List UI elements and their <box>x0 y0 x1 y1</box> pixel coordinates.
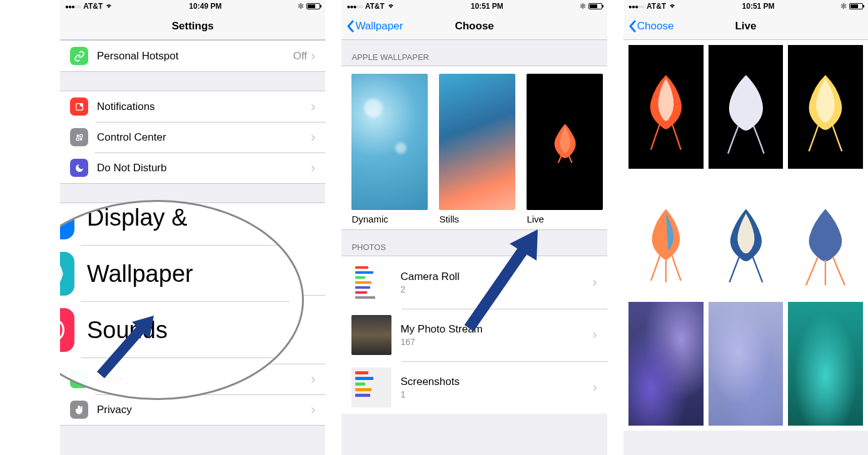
live-wallpaper-9[interactable] <box>788 302 863 426</box>
notifications-icon <box>70 98 88 116</box>
chevron-left-icon <box>346 20 354 32</box>
battery-row[interactable]: Battery › <box>60 364 325 394</box>
carrier-label: AT&T <box>365 2 385 11</box>
svg-point-1 <box>79 103 83 106</box>
live-wallpaper-4[interactable] <box>628 174 704 298</box>
live-wallpaper-2[interactable] <box>709 45 784 169</box>
wifi-icon <box>387 2 395 11</box>
apple-wallpaper-header: APPLE WALLPAPER <box>341 40 607 66</box>
wifi-icon <box>105 2 113 11</box>
camera-roll-count: 2 <box>400 284 459 294</box>
status-bar: ●●●○○ AT&T 10:51 PM ✱ <box>623 0 868 12</box>
page-title: Settings <box>172 20 214 32</box>
nav-header: Settings <box>60 12 325 40</box>
photo-stream-count: 167 <box>400 337 482 347</box>
chevron-left-icon <box>628 20 636 32</box>
camera-roll-title: Camera Roll <box>400 271 459 283</box>
svg-rect-7 <box>83 378 84 380</box>
screenshots-thumb <box>351 368 391 408</box>
notifications-label: Notifications <box>97 101 155 113</box>
nav-header: Choose Live <box>623 12 868 40</box>
battery-icon <box>849 3 863 9</box>
svg-point-3 <box>79 138 82 140</box>
screenshots-row[interactable]: Screenshots 1 › <box>341 361 607 414</box>
notifications-row[interactable]: Notifications › <box>60 91 325 122</box>
dnd-row[interactable]: Do Not Disturb › <box>60 152 325 183</box>
link-icon <box>70 47 88 65</box>
back-button[interactable]: Choose <box>628 12 674 39</box>
chevron-right-icon: › <box>593 328 597 342</box>
dynamic-thumb <box>351 74 428 210</box>
hotspot-value: Off <box>293 50 307 62</box>
svg-rect-4 <box>79 134 82 137</box>
personal-hotspot-row[interactable]: Personal Hotspot Off › <box>60 41 325 71</box>
photo-stream-row[interactable]: My Photo Stream 167 › <box>341 309 607 361</box>
svg-point-2 <box>76 134 79 137</box>
control-center-label: Control Center <box>97 131 166 144</box>
live-wallpaper-1[interactable] <box>628 45 704 169</box>
stills-wallpaper-button[interactable]: Stills <box>439 74 515 224</box>
wifi-icon <box>669 2 676 11</box>
live-thumb <box>527 74 603 210</box>
battery-icon <box>306 3 320 9</box>
back-button[interactable]: Wallpaper <box>346 12 403 39</box>
photo-stream-thumb <box>351 315 391 355</box>
chevron-right-icon: › <box>593 276 597 289</box>
dynamic-wallpaper-button[interactable]: Dynamic <box>351 74 428 224</box>
signal-dots-icon: ●●●○○ <box>65 3 81 10</box>
carrier-label: AT&T <box>647 2 666 11</box>
chevron-right-icon: › <box>311 161 315 175</box>
photo-stream-title: My Photo Stream <box>400 323 482 336</box>
live-wallpaper-button[interactable]: Live <box>527 74 603 224</box>
live-label: Live <box>527 214 603 224</box>
photos-header: PHOTOS <box>341 230 607 256</box>
bluetooth-icon: ✱ <box>840 2 847 11</box>
back-label: Choose <box>637 20 674 32</box>
moon-icon <box>70 159 88 177</box>
signal-dots-icon: ●●●○○ <box>346 3 362 10</box>
battery-icon <box>588 3 602 9</box>
stills-thumb <box>439 74 515 210</box>
live-wallpaper-8[interactable] <box>709 302 784 426</box>
stills-label: Stills <box>439 214 515 224</box>
screenshots-container: ●●●○○ AT&T 10:49 PM ✱ Settings Personal … <box>0 0 868 455</box>
hotspot-label: Personal Hotspot <box>97 50 178 62</box>
chevron-right-icon: › <box>593 381 597 394</box>
chevron-right-icon: › <box>311 403 315 417</box>
choose-wallpaper-screen: ●●●○○ AT&T 10:51 PM ✱ Wallpaper Choose A… <box>341 0 607 455</box>
signal-dots-icon: ●●●○○ <box>628 3 644 10</box>
bluetooth-icon: ✱ <box>580 2 586 11</box>
control-center-row[interactable]: Control Center › <box>60 122 325 152</box>
privacy-label: Privacy <box>97 404 132 416</box>
chevron-right-icon: › <box>311 131 315 144</box>
battery-label: Battery <box>97 373 131 386</box>
status-bar: ●●●○○ AT&T 10:49 PM ✱ <box>60 0 325 12</box>
camera-roll-row[interactable]: Camera Roll 2 › <box>341 256 607 309</box>
screenshots-title: Screenshots <box>400 376 460 388</box>
control-center-icon <box>70 128 88 146</box>
live-wallpaper-7[interactable] <box>628 302 704 426</box>
chevron-right-icon: › <box>311 49 315 63</box>
back-label: Wallpaper <box>355 20 403 32</box>
live-wallpaper-5[interactable] <box>709 174 784 298</box>
svg-rect-5 <box>76 138 79 140</box>
hand-icon <box>70 401 88 419</box>
live-wallpaper-3[interactable] <box>788 45 863 169</box>
status-time: 10:49 PM <box>189 2 221 11</box>
live-wallpaper-screen: ●●●○○ AT&T 10:51 PM ✱ Choose Live <box>623 0 868 455</box>
status-bar: ●●●○○ AT&T 10:51 PM ✱ <box>341 0 607 12</box>
settings-screen: ●●●○○ AT&T 10:49 PM ✱ Settings Personal … <box>60 0 325 455</box>
carrier-label: AT&T <box>83 2 103 11</box>
camera-roll-thumb <box>351 262 391 302</box>
battery-settings-icon <box>70 370 88 388</box>
status-time: 10:51 PM <box>471 2 503 11</box>
chevron-right-icon: › <box>311 372 315 386</box>
dynamic-label: Dynamic <box>351 214 428 224</box>
svg-rect-8 <box>75 378 80 381</box>
dnd-label: Do Not Disturb <box>97 162 166 174</box>
privacy-row[interactable]: Privacy › <box>60 394 325 425</box>
bluetooth-icon: ✱ <box>298 2 304 11</box>
apple-wallpaper-row: Dynamic Stills Live <box>341 66 607 230</box>
live-wallpaper-grid <box>623 40 868 431</box>
live-wallpaper-6[interactable] <box>788 174 863 298</box>
